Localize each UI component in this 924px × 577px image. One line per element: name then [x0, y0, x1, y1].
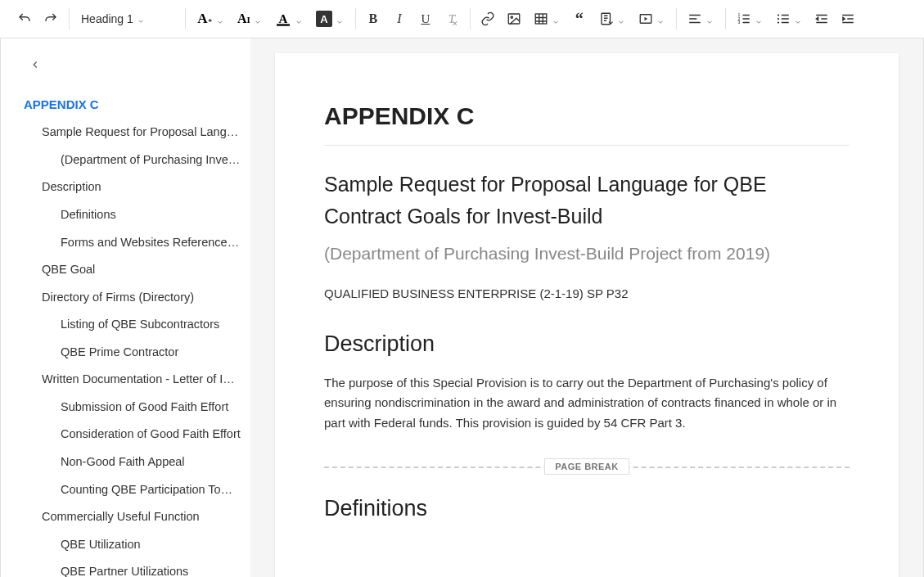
svg-rect-3: [602, 13, 611, 25]
doc-section-title[interactable]: Definitions: [324, 496, 850, 521]
svg-rect-0: [508, 14, 520, 24]
image-button[interactable]: [501, 6, 527, 32]
outline-item[interactable]: Sample Request for Proposal Language for…: [16, 119, 241, 147]
outline-item[interactable]: QBE Partner Utilizations: [16, 558, 241, 577]
doc-meta-line[interactable]: QUALIFIED BUSINESS ENTERPRISE (2-1-19) S…: [324, 286, 850, 300]
outline-item[interactable]: Definitions: [16, 201, 241, 229]
chevron-down-icon: [794, 15, 802, 23]
outline-item[interactable]: APPENDIX C: [16, 91, 241, 119]
chevron-down-icon: [617, 15, 625, 23]
outline-item[interactable]: Directory of Firms (Directory): [16, 284, 241, 312]
numbered-list-button[interactable]: 123: [730, 6, 769, 32]
chevron-down-icon: [656, 15, 665, 23]
table-button[interactable]: [527, 6, 566, 32]
media-button[interactable]: [632, 6, 671, 32]
outline-item[interactable]: Consideration of Good Faith Effort: [16, 421, 241, 449]
chevron-down-icon: [705, 15, 714, 23]
svg-point-10: [778, 21, 779, 23]
collapse-sidebar-button[interactable]: [24, 53, 47, 76]
underline-button[interactable]: U: [412, 6, 439, 32]
font-size-icon: A⁺: [196, 11, 213, 27]
highlight-color-button[interactable]: A: [309, 6, 350, 32]
link-button[interactable]: [475, 6, 501, 32]
bold-button[interactable]: B: [360, 6, 386, 32]
doc-heading-1[interactable]: APPENDIX C: [324, 102, 850, 146]
font-family-icon: AI: [237, 11, 250, 26]
paragraph-style-select[interactable]: Heading 1: [74, 6, 180, 32]
indent-increase-button[interactable]: [835, 6, 861, 32]
svg-point-8: [778, 14, 779, 16]
undo-button[interactable]: [11, 6, 38, 32]
redo-button[interactable]: [38, 6, 64, 32]
editor-canvas[interactable]: APPENDIX C Sample Request for Proposal L…: [250, 38, 923, 577]
outline-item[interactable]: Written Documentation - Letter of Intent: [16, 366, 241, 394]
outline-item[interactable]: QBE Prime Contractor: [16, 339, 241, 367]
toolbar: Heading 1 A⁺ AI A A B I: [0, 0, 924, 38]
doc-paragraph[interactable]: The purpose of this Special Provision is…: [324, 373, 850, 434]
clear-formatting-button[interactable]: T✕: [439, 6, 465, 32]
highlight-color-icon: A: [316, 11, 332, 27]
font-color-button[interactable]: A: [268, 6, 309, 32]
insert-special-button[interactable]: [593, 6, 632, 32]
outline-item[interactable]: (Department of Purchasing Invest-Build P…: [16, 147, 241, 174]
svg-point-1: [511, 16, 512, 18]
outline-item[interactable]: Counting QBE Participation Toward Goals: [16, 476, 241, 504]
font-color-icon: A: [275, 11, 291, 27]
outline-sidebar: APPENDIX CSample Request for Proposal La…: [1, 38, 250, 577]
doc-section-title[interactable]: Description: [324, 331, 850, 357]
doc-heading-3[interactable]: (Department of Purchasing Invest-Build P…: [324, 244, 850, 264]
outline-item[interactable]: QBE Utilization: [16, 531, 241, 559]
paragraph-style-label: Heading 1: [81, 12, 133, 25]
outline-item[interactable]: Forms and Websites Referenced in this Pr…: [16, 229, 241, 257]
outline-item[interactable]: Description: [16, 174, 241, 201]
chevron-down-icon: [216, 15, 224, 23]
chevron-down-icon: [336, 15, 344, 23]
outline-item[interactable]: Non-Good Faith Appeal: [16, 449, 241, 476]
document-page[interactable]: APPENDIX C Sample Request for Proposal L…: [275, 53, 899, 577]
font-size-button[interactable]: A⁺: [190, 6, 231, 32]
bullet-list-button[interactable]: [769, 6, 809, 32]
align-button[interactable]: [681, 6, 720, 32]
blockquote-button[interactable]: “: [566, 6, 593, 32]
outline-item[interactable]: QBE Goal: [16, 256, 241, 284]
svg-rect-2: [535, 14, 547, 24]
outline-item[interactable]: Commercially Useful Function: [16, 503, 241, 531]
font-family-button[interactable]: AI: [231, 6, 268, 32]
chevron-down-icon: [254, 15, 262, 23]
svg-text:3: 3: [737, 20, 740, 25]
svg-point-9: [778, 18, 779, 20]
italic-button[interactable]: I: [386, 6, 412, 32]
outline-item[interactable]: Submission of Good Faith Effort: [16, 394, 241, 421]
outline-item[interactable]: Listing of QBE Subcontractors: [16, 311, 241, 339]
chevron-down-icon: [295, 15, 303, 23]
chevron-down-icon: [552, 15, 560, 23]
page-break: PAGE BREAK: [324, 453, 850, 480]
chevron-down-icon: [755, 15, 763, 23]
page-break-label: PAGE BREAK: [544, 458, 629, 475]
indent-decrease-button[interactable]: [809, 6, 835, 32]
doc-heading-2[interactable]: Sample Request for Proposal Language for…: [324, 169, 850, 232]
chevron-down-icon: [137, 15, 145, 23]
